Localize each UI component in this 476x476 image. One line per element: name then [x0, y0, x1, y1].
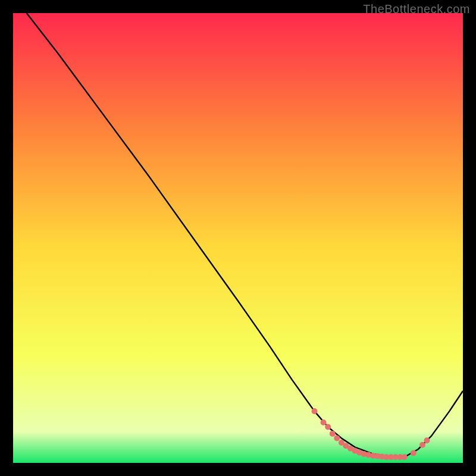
highlight-dot: [312, 408, 318, 414]
watermark-text: TheBottleneck.com: [363, 2, 470, 16]
highlight-dot: [325, 424, 331, 430]
bottleneck-chart: [0, 0, 476, 476]
highlight-dot: [419, 442, 425, 448]
highlight-dot: [424, 437, 430, 443]
gradient-background: [13, 13, 463, 463]
highlight-dot: [334, 435, 340, 441]
highlight-dot: [411, 450, 416, 456]
chart-stage: TheBottleneck.com: [0, 0, 476, 476]
highlight-dot: [330, 431, 336, 437]
highlight-dot: [321, 419, 327, 425]
highlight-dot: [402, 454, 408, 460]
